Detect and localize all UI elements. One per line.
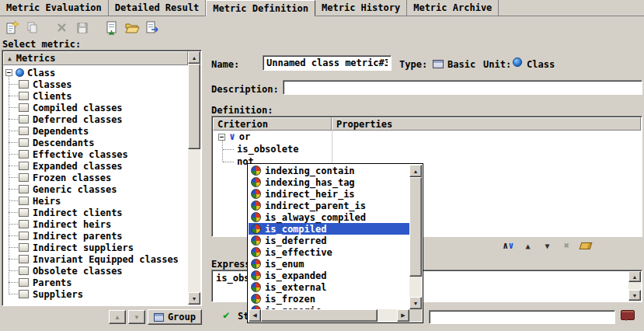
- criterion-option-is-compiled[interactable]: is_compiled: [249, 223, 409, 235]
- criterion-option-label: is_enum: [265, 259, 305, 270]
- tree-item-parents[interactable]: Parents: [3, 277, 188, 288]
- tree-item-invariant-equipped-classes[interactable]: Invariant Equipped classes: [3, 253, 188, 265]
- new-metric-icon[interactable]: [3, 19, 22, 37]
- tree-item-expanded-classes[interactable]: Expanded classes: [3, 160, 188, 172]
- tree-item-suppliers[interactable]: Suppliers: [3, 288, 188, 300]
- and-or-toggle-icon[interactable]: ∧∨: [500, 239, 516, 253]
- scrollbar-thumb[interactable]: [409, 177, 422, 277]
- tree-connector: [9, 84, 18, 85]
- scroll-down-icon[interactable]: ▼: [409, 297, 422, 309]
- criterion-option-is-effective[interactable]: is_effective: [249, 246, 409, 258]
- or-operator-icon: ∨: [229, 132, 235, 141]
- tree-item-label: Clients: [33, 91, 72, 102]
- tree-item-obsolete-classes[interactable]: Obsolete classes: [3, 265, 188, 277]
- scroll-up-icon[interactable]: ▲: [628, 271, 641, 282]
- metric-icon: [19, 162, 29, 170]
- scrollbar-thumb[interactable]: [261, 309, 378, 322]
- criterion-icon: [251, 212, 261, 222]
- tree-item-compiled-classes[interactable]: Compiled classes: [3, 102, 188, 113]
- scroll-right-icon[interactable]: ▶: [397, 309, 409, 322]
- group-button-label: Group: [168, 312, 196, 322]
- eraser-icon[interactable]: [578, 239, 594, 253]
- scroll-up-icon[interactable]: ▲: [188, 51, 200, 64]
- collapse-icon[interactable]: −: [5, 69, 12, 76]
- copy-metric-icon[interactable]: [23, 19, 42, 37]
- scroll-left-icon[interactable]: ◀: [249, 309, 261, 322]
- criterion-option-is-external[interactable]: is_external: [249, 281, 409, 293]
- name-input[interactable]: [263, 55, 392, 71]
- tree-item-indirect-parents[interactable]: Indirect parents: [3, 230, 188, 242]
- metric-icon: [19, 127, 29, 135]
- tree-item-label: Deferred classes: [33, 114, 123, 125]
- tree-item-class[interactable]: − Class: [3, 67, 188, 78]
- save-metric-icon[interactable]: [73, 19, 92, 37]
- tree-item-effective-classes[interactable]: Effective classes: [3, 148, 188, 160]
- criterion-option-is-frozen[interactable]: is_frozen: [249, 293, 409, 305]
- criterion-option-indirect-heir-is[interactable]: indirect_heir_is: [249, 188, 409, 200]
- properties-column-header[interactable]: Properties: [332, 117, 641, 131]
- criterion-column-header[interactable]: Criterion: [213, 117, 332, 131]
- dropdown-horizontal-scrollbar[interactable]: ◀ ▶: [249, 309, 409, 322]
- tab-metric-definition[interactable]: Metric Definition: [206, 0, 315, 16]
- tree-item-dependents[interactable]: Dependents: [3, 125, 188, 137]
- metric-icon: [19, 138, 29, 147]
- tab-metric-history[interactable]: Metric History: [315, 0, 407, 16]
- expression-scrollbar[interactable]: ▲ ▼: [628, 271, 641, 301]
- tree-item-descendants[interactable]: Descendants: [3, 137, 188, 148]
- scroll-down-icon[interactable]: ▼: [628, 290, 641, 301]
- status-field[interactable]: [429, 310, 615, 324]
- criterion-option-indexing-has-tag[interactable]: indexing_has_tag: [249, 176, 409, 188]
- criterion-row-is-obsolete[interactable]: is_obsolete: [213, 143, 641, 155]
- move-down-icon[interactable]: ▼: [539, 239, 555, 253]
- metric-icon: [19, 267, 29, 275]
- criterion-option-is-always-compiled[interactable]: is_always_compiled: [249, 211, 409, 223]
- criterion-row-or[interactable]: − ∨ or: [213, 131, 641, 143]
- tree-item-generic-classes[interactable]: Generic classes: [3, 183, 188, 195]
- copy-metric-glyph: [25, 20, 40, 36]
- criterion-option-label: is_deferred: [265, 235, 326, 246]
- tree-item-indirect-heirs[interactable]: Indirect heirs: [3, 218, 188, 230]
- scrollbar-thumb[interactable]: [188, 64, 200, 149]
- group-toggle-button[interactable]: Group: [148, 309, 202, 325]
- tree-item-label: Descendants: [33, 138, 94, 148]
- tree-item-classes[interactable]: Classes: [3, 78, 188, 90]
- criterion-option-is-deferred[interactable]: is_deferred: [249, 235, 409, 246]
- tab-metric-archive[interactable]: Metric Archive: [407, 0, 499, 16]
- criterion-option-label: indexing_contain: [265, 166, 355, 176]
- criterion-option-indirect-parent-is[interactable]: indirect_parent_is: [249, 200, 409, 211]
- tab-detailed-result[interactable]: Detailed Result: [109, 0, 206, 16]
- open-folder-icon[interactable]: [123, 19, 141, 37]
- tree-connector: [9, 119, 18, 120]
- tree-item-label: Dependents: [33, 126, 89, 137]
- eraser-glyph: [580, 242, 593, 249]
- comment-icon[interactable]: [621, 310, 635, 320]
- new-metric-glyph: [5, 20, 20, 36]
- scroll-up-icon[interactable]: ▲: [409, 165, 422, 177]
- definition-grid-header: Criterion Properties: [213, 117, 641, 131]
- tree-item-indirect-clients[interactable]: Indirect clients: [3, 207, 188, 218]
- delete-metric-icon[interactable]: [53, 19, 71, 37]
- dropdown-vertical-scrollbar[interactable]: ▲ ▼: [409, 165, 422, 309]
- export-metric-icon[interactable]: [143, 19, 162, 37]
- criterion-option-is-enum[interactable]: is_enum: [249, 258, 409, 270]
- criterion-option-indexing-contain[interactable]: indexing_contain: [249, 165, 409, 176]
- import-file-icon[interactable]: [103, 19, 121, 37]
- description-input[interactable]: [283, 80, 642, 95]
- move-metric-up-button[interactable]: ▲: [109, 310, 126, 324]
- tab-metric-evaluation[interactable]: Metric Evaluation: [0, 0, 109, 16]
- tree-item-deferred-classes[interactable]: Deferred classes: [3, 113, 188, 125]
- move-metric-down-button[interactable]: ▼: [128, 310, 145, 324]
- scroll-down-icon[interactable]: ▼: [188, 292, 200, 305]
- move-up-icon[interactable]: ▲: [520, 239, 535, 253]
- criterion-option-is-expanded[interactable]: is_expanded: [249, 270, 409, 281]
- tree-item-heirs[interactable]: Heirs: [3, 195, 188, 207]
- tree-item-frozen-classes[interactable]: Frozen classes: [3, 172, 188, 183]
- metric-icon: [19, 197, 29, 205]
- metrics-column-header[interactable]: ▲ Metrics: [3, 51, 188, 65]
- delete-criterion-icon[interactable]: ✖: [559, 239, 574, 253]
- metric-icon: [19, 255, 29, 263]
- tree-vertical-scrollbar[interactable]: ▲ ▼: [188, 51, 200, 305]
- tree-item-clients[interactable]: Clients: [3, 90, 188, 102]
- tree-item-indirect-suppliers[interactable]: Indirect suppliers: [3, 242, 188, 253]
- collapse-icon[interactable]: −: [218, 134, 225, 141]
